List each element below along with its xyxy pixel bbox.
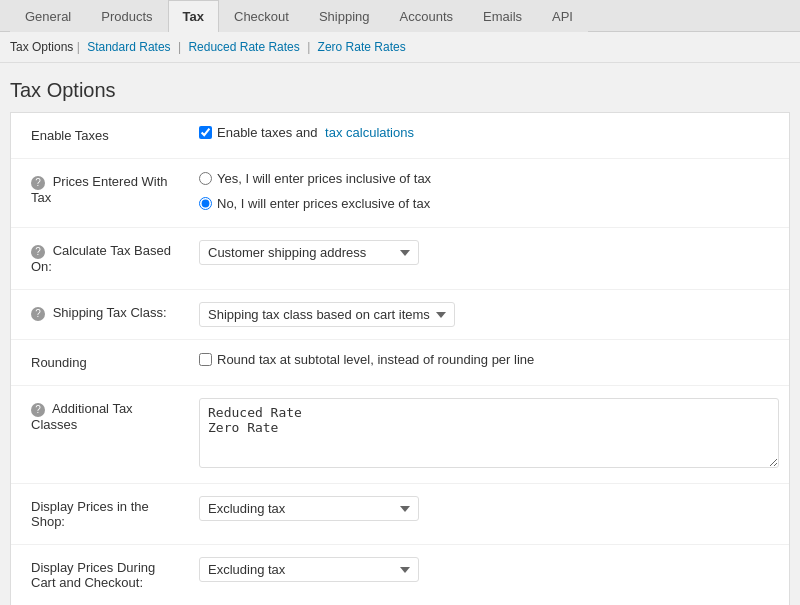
tab-checkout[interactable]: Checkout bbox=[219, 0, 304, 32]
additional-tax-classes-textarea[interactable]: Reduced Rate Zero Rate bbox=[199, 398, 779, 468]
subnav: Tax Options | Standard Rates | Reduced R… bbox=[0, 32, 800, 63]
rounding-checkbox-container: Round tax at subtotal level, instead of … bbox=[199, 352, 779, 367]
tab-general[interactable]: General bbox=[10, 0, 86, 32]
page-title: Tax Options bbox=[0, 63, 800, 112]
row-shipping-tax-class: ? Shipping Tax Class: Shipping tax class… bbox=[11, 290, 789, 340]
display-prices-shop-select[interactable]: Excluding tax Including tax bbox=[199, 496, 419, 521]
subnav-link-reduced-rate-rates[interactable]: Reduced Rate Rates bbox=[188, 40, 299, 54]
prices-exclusive-radio-label[interactable]: No, I will enter prices exclusive of tax bbox=[217, 196, 430, 211]
tax-calculations-link[interactable]: tax calculations bbox=[325, 125, 414, 140]
rounding-checkbox-label[interactable]: Round tax at subtotal level, instead of … bbox=[217, 352, 534, 367]
prices-inclusive-option: Yes, I will enter prices inclusive of ta… bbox=[199, 171, 779, 186]
additional-tax-help-icon[interactable]: ? bbox=[31, 403, 45, 417]
calculate-tax-help-icon[interactable]: ? bbox=[31, 245, 45, 259]
prices-exclusive-radio[interactable] bbox=[199, 197, 212, 210]
enable-taxes-checkbox-label[interactable]: Enable taxes and tax calculations bbox=[217, 125, 414, 140]
row-calculate-tax: ? Calculate Tax Based On: Customer shipp… bbox=[11, 228, 789, 290]
enable-taxes-label: Enable Taxes bbox=[31, 128, 109, 143]
display-prices-shop-label: Display Prices in the Shop: bbox=[31, 499, 149, 529]
form-container: Enable Taxes Enable taxes and tax calcul… bbox=[10, 112, 790, 605]
tab-accounts[interactable]: Accounts bbox=[385, 0, 468, 32]
rounding-checkbox[interactable] bbox=[199, 353, 212, 366]
prices-entered-radio-group: Yes, I will enter prices inclusive of ta… bbox=[199, 171, 779, 215]
tab-products[interactable]: Products bbox=[86, 0, 167, 32]
display-prices-cart-select[interactable]: Excluding tax Including tax bbox=[199, 557, 419, 582]
calculate-tax-label: Calculate Tax Based On: bbox=[31, 243, 171, 274]
row-rounding: Rounding Round tax at subtotal level, in… bbox=[11, 340, 789, 386]
row-prices-entered: ? Prices Entered With Tax Yes, I will en… bbox=[11, 159, 789, 228]
enable-taxes-checkbox-container: Enable taxes and tax calculations bbox=[199, 125, 779, 140]
subnav-prefix: Tax Options bbox=[10, 40, 73, 54]
prices-entered-label: Prices Entered With Tax bbox=[31, 174, 168, 205]
calculate-tax-select[interactable]: Customer shipping address Customer billi… bbox=[199, 240, 419, 265]
shipping-tax-class-select[interactable]: Shipping tax class based on cart items S… bbox=[199, 302, 455, 327]
additional-tax-classes-label: Additional Tax Classes bbox=[31, 401, 133, 432]
shipping-tax-help-icon[interactable]: ? bbox=[31, 307, 45, 321]
tabs-bar: General Products Tax Checkout Shipping A… bbox=[0, 0, 800, 32]
prices-exclusive-option: No, I will enter prices exclusive of tax bbox=[199, 196, 779, 211]
prices-inclusive-radio[interactable] bbox=[199, 172, 212, 185]
rounding-label: Rounding bbox=[31, 355, 87, 370]
tab-shipping[interactable]: Shipping bbox=[304, 0, 385, 32]
tab-emails[interactable]: Emails bbox=[468, 0, 537, 32]
prices-entered-help-icon[interactable]: ? bbox=[31, 176, 45, 190]
enable-taxes-checkbox[interactable] bbox=[199, 126, 212, 139]
prices-inclusive-radio-label[interactable]: Yes, I will enter prices inclusive of ta… bbox=[217, 171, 431, 186]
tab-api[interactable]: API bbox=[537, 0, 588, 32]
subnav-link-standard-rates[interactable]: Standard Rates bbox=[87, 40, 170, 54]
subnav-link-zero-rate-rates[interactable]: Zero Rate Rates bbox=[318, 40, 406, 54]
form-table: Enable Taxes Enable taxes and tax calcul… bbox=[11, 113, 789, 605]
row-additional-tax-classes: ? Additional Tax Classes Reduced Rate Ze… bbox=[11, 386, 789, 484]
row-enable-taxes: Enable Taxes Enable taxes and tax calcul… bbox=[11, 113, 789, 159]
tab-tax[interactable]: Tax bbox=[168, 0, 219, 32]
display-prices-cart-label: Display Prices During Cart and Checkout: bbox=[31, 560, 155, 590]
row-display-prices-cart: Display Prices During Cart and Checkout:… bbox=[11, 545, 789, 606]
shipping-tax-class-label: Shipping Tax Class: bbox=[53, 305, 167, 320]
row-display-prices-shop: Display Prices in the Shop: Excluding ta… bbox=[11, 484, 789, 545]
